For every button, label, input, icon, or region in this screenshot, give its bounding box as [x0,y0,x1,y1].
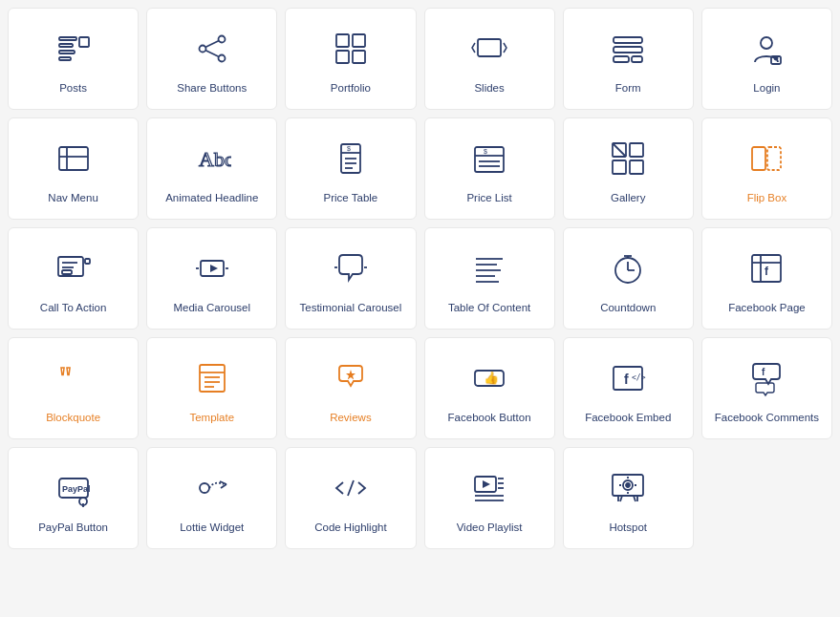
svg-line-9 [205,51,218,56]
share-buttons-label: Share Buttons [177,81,247,96]
card-facebook-button[interactable]: 👍 Facebook Button [424,337,555,439]
facebook-page-label: Facebook Page [728,301,806,315]
svg-text:PayPal: PayPal [62,484,91,494]
testimonial-carousel-icon [328,245,374,291]
code-highlight-label: Code Highlight [314,521,386,535]
card-table-of-content[interactable]: Table Of Content [424,227,555,330]
template-label: Template [189,411,234,425]
card-blockquote[interactable]: " Blockquote [8,337,139,439]
svg-rect-13 [353,51,365,63]
svg-rect-32 [475,147,504,172]
svg-line-8 [205,41,218,47]
share-buttons-icon [189,26,235,72]
svg-rect-45 [85,259,90,264]
svg-rect-40 [630,160,643,174]
card-code-highlight[interactable]: Code Highlight [285,447,416,549]
facebook-embed-label: Facebook Embed [585,411,671,425]
card-call-to-action[interactable]: Call To Action [8,227,139,330]
svg-marker-50 [210,265,218,272]
table-of-content-icon [466,245,512,291]
svg-rect-48 [62,270,72,274]
svg-line-89 [348,480,354,496]
widget-grid: Posts Share Buttons Portfolio Slides For… [8,8,832,549]
card-facebook-page[interactable]: f Facebook Page [701,227,832,330]
svg-text:": " [59,360,72,394]
slides-icon [466,26,512,72]
video-playlist-icon [466,465,512,511]
svg-rect-12 [336,51,349,63]
svg-point-86 [200,483,209,493]
facebook-embed-icon: f </> [605,355,651,401]
svg-text:$: $ [347,145,351,152]
posts-label: Posts [59,81,87,96]
testimonial-carousel-label: Testimonial Carousel [300,301,402,315]
price-list-icon: $ [466,136,512,181]
svg-text:Abc: Abc [199,147,231,171]
code-highlight-icon [328,465,374,511]
facebook-button-icon: 👍 [466,355,512,401]
svg-rect-1 [59,44,73,47]
svg-marker-91 [483,480,490,488]
nav-menu-label: Nav Menu [48,191,97,205]
lottie-widget-icon [189,465,235,511]
card-slides[interactable]: Slides [424,8,555,110]
blockquote-icon: " [51,355,97,401]
template-icon [189,355,235,401]
svg-point-19 [761,37,772,49]
blockquote-label: Blockquote [46,411,100,425]
card-animated-headline[interactable]: Abc Animated Headline [146,117,277,220]
svg-rect-14 [478,39,501,56]
animated-headline-label: Animated Headline [165,191,258,205]
card-hotspot[interactable]: Hotspot [563,447,694,549]
card-posts[interactable]: Posts [8,8,139,110]
media-carousel-label: Media Carousel [173,301,250,315]
card-form[interactable]: Form [563,8,694,110]
video-playlist-label: Video Playlist [457,521,523,535]
card-nav-menu[interactable]: Nav Menu [8,117,139,220]
card-share-buttons[interactable]: Share Buttons [146,8,277,110]
card-video-playlist[interactable]: Video Playlist [424,447,555,549]
countdown-icon [605,245,651,291]
card-lottie-widget[interactable]: Lottie Widget [146,447,277,549]
paypal-button-icon: PayPal [51,465,97,511]
svg-text:f: f [762,367,765,377]
reviews-icon [328,355,374,401]
svg-text:</>: </> [632,373,646,382]
card-facebook-embed[interactable]: f </> Facebook Embed [563,337,694,439]
form-icon [605,26,651,72]
gallery-label: Gallery [611,191,645,205]
card-login[interactable]: Login [701,8,832,110]
card-countdown[interactable]: Countdown [563,227,694,330]
card-template[interactable]: Template [146,337,277,439]
svg-point-5 [218,36,225,43]
card-testimonial-carousel[interactable]: Testimonial Carousel [285,227,416,330]
card-reviews[interactable]: Reviews [285,337,416,439]
portfolio-label: Portfolio [331,81,371,96]
svg-text:f: f [765,265,769,278]
card-paypal-button[interactable]: PayPal PayPal Button [8,447,139,549]
card-media-carousel[interactable]: Media Carousel [146,227,277,330]
login-label: Login [753,81,780,96]
slides-label: Slides [474,81,504,96]
nav-menu-icon [51,136,97,181]
card-gallery[interactable]: Gallery [563,117,694,220]
svg-rect-2 [59,51,75,53]
card-portfolio[interactable]: Portfolio [285,8,416,110]
price-table-icon: $ [328,136,374,181]
form-label: Form [615,81,641,96]
svg-rect-43 [767,147,781,170]
card-flip-box[interactable]: Flip Box [701,117,832,220]
svg-rect-10 [336,34,349,47]
card-facebook-comments[interactable]: f Facebook Comments [701,337,832,439]
svg-rect-4 [79,37,89,47]
card-price-table[interactable]: $ Price Table [285,117,416,220]
lottie-widget-label: Lottie Widget [180,521,244,535]
hotspot-label: Hotspot [609,521,647,535]
card-price-list[interactable]: $ Price List [424,117,555,220]
reviews-label: Reviews [330,411,371,425]
svg-rect-3 [59,57,71,60]
portfolio-icon [328,26,374,72]
svg-point-6 [199,46,205,53]
svg-point-7 [218,55,225,62]
flip-box-icon [743,136,789,181]
